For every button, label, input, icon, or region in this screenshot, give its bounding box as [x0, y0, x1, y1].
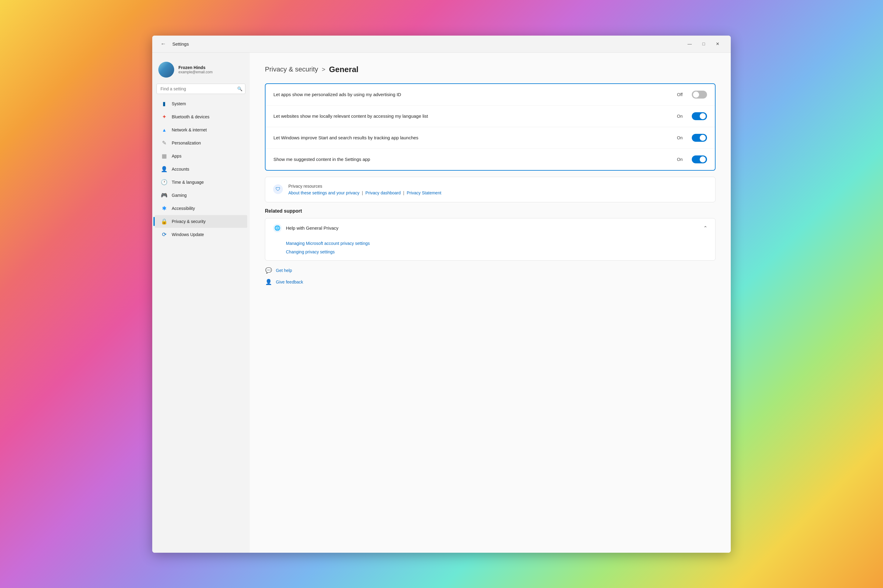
sidebar-item-gaming[interactable]: 🎮 Gaming [155, 189, 247, 202]
toggle-ads[interactable] [692, 91, 707, 99]
close-button[interactable]: ✕ [711, 38, 725, 49]
resources-link-2[interactable]: Privacy Statement [407, 190, 441, 195]
toggle-tracking[interactable] [692, 134, 707, 142]
sidebar: Frozen Hinds example@email.com 🔍 ▮ Syste… [152, 52, 250, 553]
setting-text-tracking: Let Windows improve Start and search res… [274, 135, 671, 140]
sidebar-label-accounts: Accounts [172, 167, 190, 172]
sidebar-label-time: Time & language [172, 180, 204, 184]
window-content: Frozen Hinds example@email.com 🔍 ▮ Syste… [152, 52, 731, 553]
settings-window: ← Settings — □ ✕ Frozen Hinds example@em… [152, 36, 731, 553]
support-card: 🌐 Help with General Privacy ⌃ Managing M… [265, 218, 716, 261]
update-icon: ⟳ [161, 231, 167, 238]
sidebar-item-network[interactable]: ▴ Network & internet [155, 123, 247, 136]
title-bar-left: ← Settings [158, 39, 683, 49]
setting-text-suggested: Show me suggested content in the Setting… [274, 157, 671, 162]
title-bar: ← Settings — □ ✕ [152, 36, 731, 52]
breadcrumb-separator: > [322, 66, 325, 73]
sidebar-item-personalization[interactable]: ✎ Personalization [155, 136, 247, 149]
page-title: General [329, 65, 359, 74]
sidebar-label-accessibility: Accessibility [172, 206, 195, 211]
sidebar-item-accessibility[interactable]: ✱ Accessibility [155, 202, 247, 215]
resources-title: Privacy resources [288, 184, 707, 189]
bottom-links: 💬 Get help 👤 Give feedback [265, 267, 716, 286]
privacy-resources-card: 🛡 Privacy resources About these settings… [265, 177, 716, 202]
user-profile: Frozen Hinds example@email.com [152, 59, 250, 84]
sidebar-item-privacy[interactable]: 🔒 Privacy & security [155, 215, 247, 228]
setting-row-ads: Let apps show me personalized ads by usi… [266, 84, 715, 105]
give-feedback-row: 👤 Give feedback [265, 278, 716, 286]
search-input[interactable] [156, 84, 245, 94]
setting-row-tracking: Let Windows improve Start and search res… [266, 127, 715, 149]
sidebar-item-apps[interactable]: ▦ Apps [155, 150, 247, 162]
time-icon: 🕐 [161, 179, 167, 186]
toggle-language[interactable] [692, 112, 707, 120]
setting-row-language: Let websites show me locally relevant co… [266, 105, 715, 127]
sidebar-label-gaming: Gaming [172, 193, 187, 198]
chevron-up-icon: ⌃ [703, 225, 707, 231]
get-help-link[interactable]: Get help [276, 268, 292, 273]
avatar [158, 62, 174, 78]
sidebar-nav: ▮ System ✦ Bluetooth & devices ▴ Network… [152, 97, 250, 241]
sidebar-label-apps: Apps [172, 154, 182, 159]
minimize-button[interactable]: — [683, 38, 696, 49]
support-globe-icon: 🌐 [273, 224, 282, 232]
apps-icon: ▦ [161, 153, 167, 159]
main-content: Privacy & security > General Let apps sh… [250, 52, 731, 553]
support-link-1[interactable]: Changing privacy settings [286, 249, 707, 254]
toggle-slider-language [692, 112, 707, 120]
personalization-icon: ✎ [161, 140, 167, 146]
resources-link-1[interactable]: Privacy dashboard [366, 190, 401, 195]
toggle-suggested[interactable] [692, 156, 707, 164]
sidebar-label-bluetooth: Bluetooth & devices [172, 114, 209, 119]
sidebar-item-system[interactable]: ▮ System [155, 98, 247, 110]
sidebar-label-system: System [172, 101, 186, 106]
sidebar-label-update: Windows Update [172, 232, 204, 237]
toggle-slider-suggested [692, 156, 707, 164]
accounts-icon: 👤 [161, 166, 167, 172]
resources-link-0[interactable]: About these settings and your privacy [288, 190, 359, 195]
resources-links: About these settings and your privacy | … [288, 190, 707, 195]
settings-card: Let apps show me personalized ads by usi… [265, 83, 716, 171]
get-help-row: 💬 Get help [265, 267, 716, 274]
resources-sep-0: | [362, 190, 363, 195]
setting-row-suggested: Show me suggested content in the Setting… [266, 149, 715, 170]
support-links: Managing Microsoft account privacy setti… [265, 238, 715, 260]
window-title: Settings [172, 41, 189, 46]
support-link-0[interactable]: Managing Microsoft account privacy setti… [286, 241, 707, 246]
sidebar-label-personalization: Personalization [172, 141, 201, 146]
back-button[interactable]: ← [158, 39, 168, 49]
network-icon: ▴ [161, 126, 167, 133]
bluetooth-icon: ✦ [161, 114, 167, 120]
support-header[interactable]: 🌐 Help with General Privacy ⌃ [265, 218, 715, 238]
give-feedback-icon: 👤 [265, 278, 272, 286]
sidebar-item-accounts[interactable]: 👤 Accounts [155, 163, 247, 176]
give-feedback-link[interactable]: Give feedback [276, 279, 303, 284]
sidebar-item-time[interactable]: 🕐 Time & language [155, 176, 247, 189]
resources-icon: 🛡 [273, 184, 283, 194]
setting-text-language: Let websites show me locally relevant co… [274, 114, 671, 118]
toggle-label-suggested: On [677, 157, 683, 162]
toggle-label-tracking: On [677, 135, 683, 140]
system-icon: ▮ [161, 100, 167, 107]
sidebar-item-update[interactable]: ⟳ Windows Update [155, 228, 247, 241]
toggle-label-ads: Off [677, 92, 683, 97]
user-info: Frozen Hinds example@email.com [178, 65, 212, 74]
user-email: example@email.com [178, 70, 212, 74]
accessibility-icon: ✱ [161, 205, 167, 212]
setting-text-ads: Let apps show me personalized ads by usi… [274, 92, 671, 97]
support-title: Help with General Privacy [286, 225, 699, 231]
toggle-slider-tracking [692, 134, 707, 142]
sidebar-label-network: Network & internet [172, 128, 207, 132]
sidebar-label-privacy: Privacy & security [172, 219, 206, 224]
resources-sep-1: | [403, 190, 405, 195]
avatar-image [158, 62, 174, 78]
sidebar-item-bluetooth[interactable]: ✦ Bluetooth & devices [155, 110, 247, 123]
maximize-button[interactable]: □ [696, 38, 711, 49]
get-help-icon: 💬 [265, 267, 272, 274]
toggle-label-language: On [677, 114, 683, 118]
gaming-icon: 🎮 [161, 192, 167, 199]
toggle-slider-ads [692, 91, 707, 99]
user-name: Frozen Hinds [178, 65, 212, 70]
resources-content: Privacy resources About these settings a… [288, 184, 707, 195]
search-icon: 🔍 [237, 86, 242, 91]
